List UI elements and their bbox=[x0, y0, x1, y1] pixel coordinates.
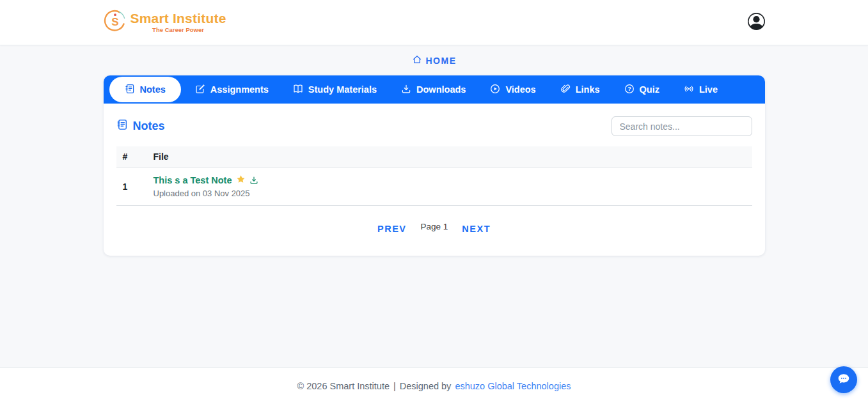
smart-institute-logo-icon: S bbox=[104, 10, 127, 35]
designed-by-text: Designed by bbox=[400, 381, 452, 391]
breadcrumb: HOME bbox=[0, 45, 868, 67]
notes-card: Notes Assignments Study Materials bbox=[104, 75, 765, 256]
page-title-label: Notes bbox=[133, 120, 165, 133]
person-circle-icon bbox=[748, 13, 765, 32]
file-title: This s a Test Note bbox=[154, 175, 232, 185]
home-link[interactable]: HOME bbox=[412, 54, 457, 66]
next-button[interactable]: NEXT bbox=[462, 224, 491, 234]
tab-quiz[interactable]: ? Quiz bbox=[614, 77, 670, 102]
notes-table: # File 1 This s a Test Note bbox=[116, 146, 752, 206]
pagination: PREV Page 1 NEXT bbox=[116, 224, 752, 234]
journal-text-icon bbox=[125, 84, 135, 96]
svg-text:?: ? bbox=[627, 86, 631, 92]
column-header-index: # bbox=[116, 146, 147, 167]
table-row: 1 This s a Test Note bbox=[116, 167, 752, 206]
tab-study-materials[interactable]: Study Materials bbox=[283, 77, 387, 102]
app-footer: © 2026 Smart Institute | Designed by esh… bbox=[0, 367, 868, 404]
tab-videos[interactable]: Videos bbox=[480, 77, 546, 102]
tab-label: Links bbox=[576, 84, 600, 95]
user-avatar-button[interactable] bbox=[748, 13, 765, 32]
tab-links[interactable]: Links bbox=[550, 77, 610, 102]
brand-tagline: The Career Power bbox=[130, 27, 226, 33]
journal-text-icon bbox=[116, 119, 128, 134]
page-title: Notes bbox=[116, 119, 165, 134]
tab-label: Videos bbox=[505, 84, 535, 95]
designer-link[interactable]: eshuzo Global Technologies bbox=[455, 381, 571, 391]
prev-button[interactable]: PREV bbox=[377, 224, 407, 234]
broadcast-icon bbox=[684, 84, 694, 96]
svg-text:S: S bbox=[111, 16, 118, 28]
download-icon[interactable] bbox=[249, 176, 258, 185]
tab-label: Quiz bbox=[640, 84, 659, 95]
upload-date: Uploaded on 03 Nov 2025 bbox=[154, 189, 746, 198]
section-tabbar: Notes Assignments Study Materials bbox=[104, 75, 765, 104]
tab-label: Assignments bbox=[210, 84, 269, 95]
footer-divider: | bbox=[393, 381, 396, 391]
table-header-row: # File bbox=[116, 146, 752, 167]
tab-notes[interactable]: Notes bbox=[109, 77, 181, 102]
column-header-file: File bbox=[147, 146, 752, 167]
download-icon bbox=[401, 84, 411, 96]
tab-label: Downloads bbox=[416, 84, 466, 95]
play-circle-icon bbox=[490, 84, 500, 96]
tab-label: Notes bbox=[140, 84, 166, 95]
chat-dots-icon bbox=[836, 371, 851, 389]
question-circle-icon: ? bbox=[624, 84, 635, 96]
paperclip-icon bbox=[560, 84, 571, 96]
tab-label: Live bbox=[699, 84, 718, 95]
brand-logo[interactable]: S Smart Institute The Career Power bbox=[104, 10, 226, 35]
chat-button[interactable] bbox=[830, 366, 857, 393]
star-icon bbox=[236, 175, 246, 186]
app-header: S Smart Institute The Career Power bbox=[0, 0, 868, 45]
search-input[interactable] bbox=[612, 116, 752, 136]
home-label: HOME bbox=[426, 56, 457, 66]
tab-downloads[interactable]: Downloads bbox=[391, 77, 476, 102]
page-indicator: Page 1 bbox=[421, 222, 448, 231]
tab-assignments[interactable]: Assignments bbox=[185, 77, 279, 102]
row-index: 1 bbox=[116, 167, 147, 206]
brand-name: Smart Institute bbox=[130, 12, 226, 25]
tab-live[interactable]: Live bbox=[674, 77, 728, 102]
house-icon bbox=[412, 54, 422, 66]
book-icon bbox=[293, 84, 303, 96]
tab-label: Study Materials bbox=[308, 84, 377, 95]
file-link[interactable]: This s a Test Note bbox=[154, 175, 258, 186]
copyright-text: © 2026 Smart Institute bbox=[297, 381, 390, 391]
pencil-square-icon bbox=[195, 84, 205, 96]
